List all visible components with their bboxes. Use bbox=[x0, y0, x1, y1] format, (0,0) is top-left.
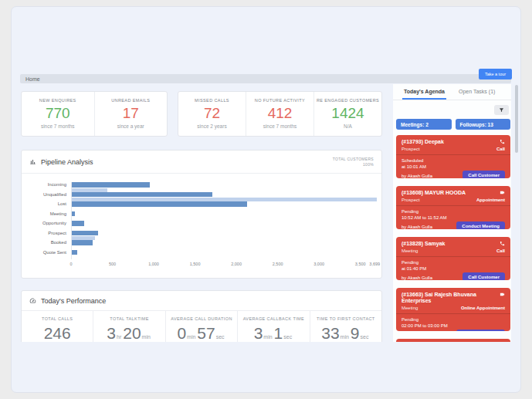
gauge-icon bbox=[29, 297, 36, 304]
agenda-card[interactable]: (#13608) MAYUR HOODAProspectAppointmentP… bbox=[396, 186, 510, 229]
card-action-button[interactable]: Conduct Meeting bbox=[456, 330, 505, 331]
card-action-button[interactable]: Conduct Meeting bbox=[456, 221, 505, 229]
filter-button[interactable] bbox=[494, 105, 509, 115]
agenda-card-kind: Appointment bbox=[476, 198, 505, 202]
chart-row: Unqualified bbox=[22, 192, 381, 202]
kpi-value: 1424 bbox=[331, 105, 364, 122]
chart-bar-main bbox=[72, 192, 212, 198]
pipeline-header: Pipeline Analysis TOTAL CUSTOMERS 100% bbox=[22, 150, 381, 174]
agenda-card-status: Scheduled bbox=[402, 157, 505, 164]
kpi-value: 770 bbox=[46, 105, 70, 122]
card-action-button[interactable]: Call Customer bbox=[463, 171, 505, 178]
chart-bars bbox=[71, 211, 377, 221]
agenda-card-types: MeetingCall bbox=[402, 249, 505, 253]
kpi-cell: NEW ENQUIRES770since 7 months bbox=[22, 92, 94, 136]
kpi-sublabel: since 7 months bbox=[263, 123, 297, 129]
performance-stat-value: 3hr20min bbox=[107, 324, 152, 342]
kpi-sublabel: N/A bbox=[344, 123, 352, 129]
card-action-button[interactable]: Call Customer bbox=[463, 272, 505, 280]
chart-category-label: Prospect bbox=[22, 231, 71, 241]
kpi-cell: NO FUTURE ACTIVITY412since 7 months bbox=[246, 92, 313, 136]
chart-row: Prospect bbox=[22, 231, 381, 241]
agenda-card-header: (#13793) Deepak bbox=[402, 139, 505, 145]
agenda-card-owner: by Akash Gulla bbox=[402, 275, 432, 280]
performance-stat: AVERAGE CALL DURATION0min57sec bbox=[165, 311, 237, 342]
performance-stat: TOTAL CALLS246 bbox=[22, 311, 93, 342]
stat-unit: min bbox=[187, 334, 195, 340]
kpi-label: NO FUTURE ACTIVITY bbox=[255, 98, 305, 103]
agenda-card-types: MeetingOnline Appointment bbox=[402, 306, 505, 310]
chart-category-label: Meeting bbox=[22, 211, 71, 221]
performance-header: Today's Performance bbox=[22, 291, 381, 311]
kpi-value: 17 bbox=[123, 105, 139, 122]
performance-stat-value: 33min9sec bbox=[321, 324, 370, 342]
performance-stat: TIME TO FIRST CONTACT33min9sec bbox=[310, 311, 381, 342]
agenda-card-divider bbox=[396, 205, 510, 206]
performance-panel: Today's Performance TOTAL CALLS246TOTAL … bbox=[21, 290, 382, 342]
agenda-card-types: ProspectAppointment bbox=[402, 198, 505, 202]
kpi-cell: RE ENGAGED CUSTOMERS1424N/A bbox=[313, 92, 381, 136]
chart-x-tick: 500 bbox=[109, 262, 116, 266]
kpi-sublabel: since a year bbox=[117, 123, 144, 129]
performance-stats: TOTAL CALLS246TOTAL TALKTIME3hr20minAVER… bbox=[22, 311, 381, 342]
chart-x-tick: 0 bbox=[69, 262, 72, 266]
stat-number: 33 bbox=[321, 324, 339, 342]
performance-stat-label: AVERAGE CALLBACK TIME bbox=[243, 316, 304, 321]
tab-today-s-agenda[interactable]: Today's Agenda bbox=[402, 84, 446, 100]
agenda-card-divider bbox=[396, 313, 510, 314]
stat-number: 3 bbox=[107, 324, 116, 342]
phone-icon bbox=[500, 241, 505, 246]
kpi-sublabel: since 7 months bbox=[41, 123, 75, 129]
counter-meetings-button[interactable]: Meetings: 2 bbox=[396, 119, 452, 130]
agenda-card-stage: Prospect bbox=[402, 198, 420, 202]
agenda-counters: Meetings: 2Followups: 13 bbox=[396, 119, 510, 130]
kpi-label: UNREAD EMAILS bbox=[111, 98, 150, 103]
kpi-label: MISSED CALLS bbox=[195, 98, 229, 103]
agenda-sidebar: Today's AgendaOpen Tasks (1) Meetings: 2… bbox=[393, 84, 511, 342]
agenda-card-time: 10:52 AM to 11:52 AM bbox=[402, 215, 505, 221]
chart-row: Quote Sent bbox=[22, 250, 381, 260]
agenda-card[interactable]: (#13828) SamyakMeetingCallPendingat 01:4… bbox=[396, 237, 510, 280]
agenda-card-header: (#13608) MAYUR HOODA bbox=[402, 190, 505, 196]
kpi-value: 412 bbox=[268, 105, 293, 122]
window-scrollbar-thumb[interactable] bbox=[515, 85, 518, 153]
agenda-card-stage: Meeting bbox=[402, 306, 418, 310]
chart-x-tick: 3,699 bbox=[369, 262, 380, 266]
chart-row: Opportunity bbox=[22, 221, 381, 231]
stat-unit: min bbox=[263, 334, 272, 340]
stat-unit: sec bbox=[216, 334, 225, 340]
counter-followups-button[interactable]: Followups: 13 bbox=[456, 119, 511, 130]
stat-number: 9 bbox=[351, 324, 360, 342]
agenda-card[interactable]: (#13663) Sai Rajesh Bhuvana EnterprisesM… bbox=[396, 288, 510, 331]
agenda-card-divider bbox=[396, 154, 510, 155]
tab-open-tasks-1[interactable]: Open Tasks (1) bbox=[457, 84, 496, 100]
kpi-cell: UNREAD EMAILS17since a year bbox=[94, 92, 168, 136]
agenda-card-owner: by Akash Gulla bbox=[402, 224, 432, 229]
agenda-card-footer: by Akash GullaCall Customer bbox=[402, 272, 505, 280]
chart-x-tick: 2,500 bbox=[273, 262, 283, 266]
agenda-card-kind: Call bbox=[496, 147, 505, 151]
agenda-card-list: (#13793) DeepakProspectCallScheduledat 1… bbox=[396, 135, 510, 342]
agenda-card-types: ProspectCall bbox=[402, 147, 505, 151]
agenda-card-kind: Online Appointment bbox=[461, 306, 505, 310]
chart-x-tick: 1,000 bbox=[148, 262, 159, 266]
chart-category-label: Incoming bbox=[22, 182, 71, 192]
bar-chart-icon bbox=[29, 158, 36, 165]
stat-unit: min bbox=[142, 334, 151, 340]
performance-stat-value: 0min57sec bbox=[177, 324, 225, 342]
agenda-card[interactable]: (#13793) DeepakProspectCallScheduledat 1… bbox=[396, 135, 510, 178]
agenda-card-name: (#13608) MAYUR HOODA bbox=[402, 190, 469, 196]
kpi-card-calls: MISSED CALLS72since 2 yearsNO FUTURE ACT… bbox=[178, 91, 382, 137]
performance-stat-label: TOTAL TALKTIME bbox=[110, 316, 149, 321]
video-icon bbox=[500, 292, 505, 297]
performance-stat: TOTAL TALKTIME3hr20min bbox=[93, 311, 164, 342]
chart-bars bbox=[71, 182, 377, 192]
agenda-card-footer: by Abhishek VrConduct Meeting bbox=[402, 330, 505, 331]
agenda-card-stage: Prospect bbox=[402, 147, 420, 151]
stat-number: 57 bbox=[197, 324, 215, 342]
phone-icon bbox=[500, 139, 505, 144]
agenda-card-header: (#13828) Samyak bbox=[402, 241, 505, 247]
breadcrumb-home[interactable]: Home bbox=[25, 76, 40, 82]
take-a-tour-button[interactable]: Take a tour bbox=[479, 69, 512, 79]
agenda-card[interactable]: (#13849) S… bbox=[396, 339, 510, 342]
